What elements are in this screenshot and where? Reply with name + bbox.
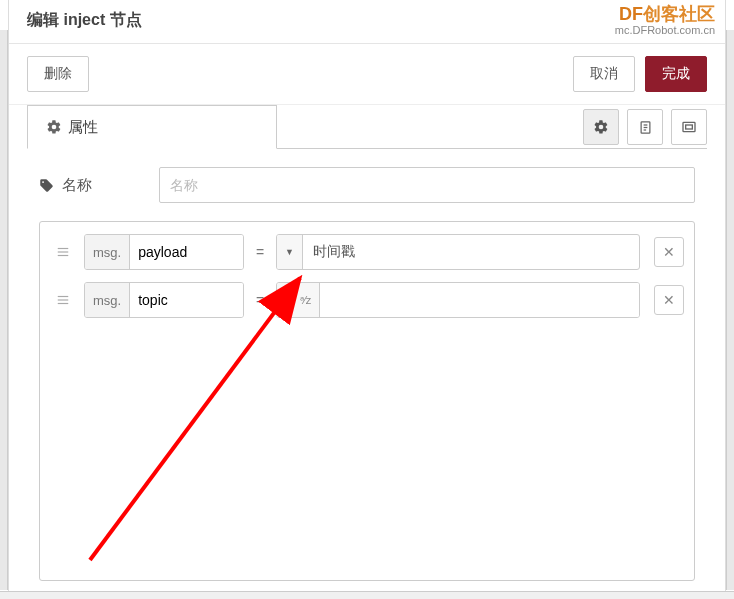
edit-panel: DF创客社区 mc.DFRobot.com.cn 编辑 inject 节点 删除…	[8, 0, 726, 591]
equals-sign: =	[252, 292, 268, 308]
property-list: msg. = ▼ 时间戳 ✕ msg.	[39, 221, 695, 581]
document-icon	[638, 120, 653, 135]
action-bar: 删除 取消 完成	[9, 44, 725, 105]
delete-button[interactable]: 删除	[27, 56, 89, 92]
property-field[interactable]	[130, 235, 243, 269]
value-input[interactable]: ▼ 时间戳	[276, 234, 640, 270]
done-button[interactable]: 完成	[645, 56, 707, 92]
delete-row-button[interactable]: ✕	[654, 237, 684, 267]
value-type-dropdown[interactable]: ▼ ᵃ⁄z	[277, 283, 320, 317]
msg-prefix: msg.	[85, 235, 130, 269]
tab-properties[interactable]: 属性	[27, 105, 277, 149]
value-type-dropdown[interactable]: ▼	[277, 235, 303, 269]
close-icon: ✕	[663, 292, 675, 308]
tag-icon	[39, 178, 54, 193]
svg-rect-4	[683, 122, 695, 131]
msg-prefix: msg.	[85, 283, 130, 317]
property-field[interactable]	[130, 283, 243, 317]
drag-handle-icon[interactable]	[50, 239, 76, 265]
property-input[interactable]: msg.	[84, 282, 244, 318]
properties-icon-button[interactable]	[583, 109, 619, 145]
value-input[interactable]: ▼ ᵃ⁄z	[276, 282, 640, 318]
equals-sign: =	[252, 244, 268, 260]
frame-icon	[681, 119, 697, 135]
list-item: msg. = ▼ 时间戳 ✕	[46, 228, 688, 276]
panel-title: 编辑 inject 节点	[27, 10, 707, 31]
name-row: 名称	[39, 167, 695, 203]
caret-down-icon: ▼	[285, 247, 294, 257]
close-icon: ✕	[663, 244, 675, 260]
cancel-button[interactable]: 取消	[573, 56, 635, 92]
string-type-icon: ᵃ⁄z	[300, 294, 311, 307]
value-field[interactable]	[320, 283, 639, 317]
gear-icon	[46, 119, 62, 135]
form-body: 名称 msg. = ▼ 时间戳	[9, 149, 725, 599]
list-item: msg. = ▼ ᵃ⁄z ✕	[46, 276, 688, 324]
name-input[interactable]	[159, 167, 695, 203]
property-input[interactable]: msg.	[84, 234, 244, 270]
docs-icon-button[interactable]	[627, 109, 663, 145]
value-type-label: 时间戳	[303, 235, 639, 269]
tabs-bar: 属性	[9, 105, 725, 149]
svg-rect-5	[686, 125, 693, 129]
name-label: 名称	[39, 176, 159, 195]
delete-row-button[interactable]: ✕	[654, 285, 684, 315]
panel-header: 编辑 inject 节点	[9, 0, 725, 44]
drag-handle-icon[interactable]	[50, 287, 76, 313]
tab-label: 属性	[68, 118, 98, 137]
gear-icon	[593, 119, 609, 135]
caret-down-icon: ▼	[285, 295, 294, 305]
appearance-icon-button[interactable]	[671, 109, 707, 145]
